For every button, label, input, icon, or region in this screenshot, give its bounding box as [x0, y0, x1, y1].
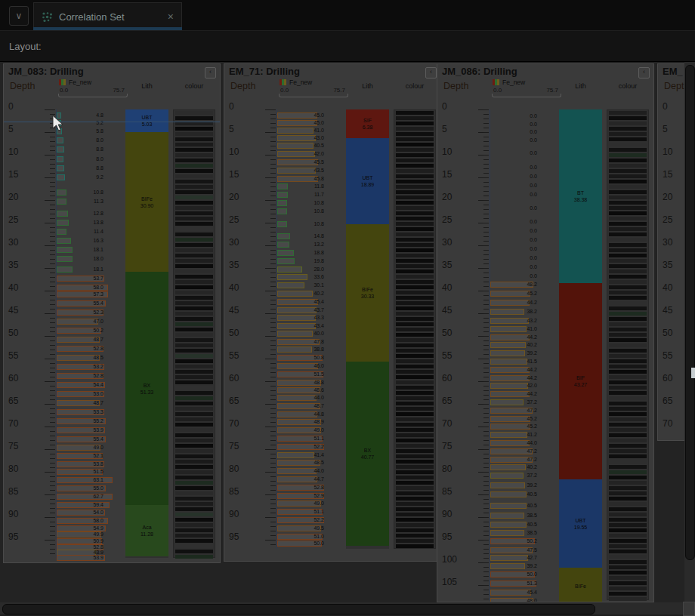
colour-stripe [396, 491, 434, 495]
colour-stripe [396, 507, 434, 511]
colour-stripe [396, 270, 434, 273]
depth-label: 55 [8, 350, 18, 361]
lith-block[interactable]: UBT18.89 [346, 138, 389, 223]
fe-value: 54.4 [70, 382, 103, 388]
fe-value: 38.5 [504, 530, 537, 536]
depth-label: 35 [663, 260, 672, 270]
lith-block[interactable]: SIF6.38 [346, 109, 389, 138]
colour-stripe [175, 412, 213, 416]
lith-block[interactable]: UBT19.55 [559, 479, 602, 568]
fe-bar[interactable] [57, 146, 64, 152]
panel-collapse-button[interactable]: ‹ [638, 67, 650, 79]
fe-value: 16.3 [70, 238, 103, 244]
colour-stripe [609, 343, 647, 347]
panel-collapse-button[interactable]: ‹ [205, 67, 216, 79]
fe-bar[interactable] [57, 211, 68, 217]
colour-stripe [609, 449, 647, 453]
colour-stripe [175, 539, 213, 543]
fe-bar[interactable] [57, 165, 64, 171]
fe-bar[interactable] [57, 199, 66, 205]
fe-value: 0.0 [504, 237, 537, 243]
fe-value: 0.0 [504, 219, 537, 225]
depth-label: 70 [663, 418, 672, 429]
tab-close-icon[interactable]: × [168, 11, 174, 23]
vertical-scrollbar-thumb[interactable] [685, 65, 695, 560]
fe-value: 10.8 [70, 189, 103, 196]
fe-bar[interactable] [277, 200, 287, 206]
lith-code: BT [577, 189, 584, 196]
fe-value: 52.9 [291, 493, 324, 499]
colour-stripe [175, 402, 213, 405]
depth-label: 45 [442, 305, 452, 316]
colour-stripe [175, 259, 213, 263]
lith-block[interactable]: BIFe [559, 568, 602, 602]
colour-stripe [175, 169, 213, 173]
lith-block[interactable]: BT38.38 [559, 109, 602, 283]
tab-correlation-set[interactable]: Correlation Set × [33, 2, 182, 30]
fe-value: 51.3 [504, 581, 537, 587]
fe-value: 49.5 [291, 525, 324, 531]
panel-title: EM_ [663, 66, 683, 77]
panel-title: JM_083: Drilling [8, 66, 84, 77]
fe-value: 50.9 [70, 538, 103, 544]
fe-value: 50.2 [70, 328, 103, 334]
fe-value: 14.8 [291, 233, 324, 239]
fe-value: 42.0 [504, 383, 537, 389]
fe-value: 54.0 [70, 510, 103, 516]
column-header-lith: Lith [125, 82, 168, 90]
fe-value: 55.0 [70, 485, 103, 491]
fe-bar[interactable] [57, 189, 66, 196]
lith-block[interactable]: UBT5.03 [125, 109, 168, 132]
fe-bar[interactable] [57, 238, 71, 244]
colour-stripe [175, 439, 213, 442]
colour-stripe [175, 481, 213, 485]
horizontal-scrollbar[interactable] [0, 602, 684, 614]
fe-bar[interactable] [57, 137, 63, 143]
colour-stripe [175, 544, 213, 548]
horizontal-scrollbar-thumb[interactable] [2, 604, 595, 614]
colour-stripe [396, 180, 434, 183]
lith-block[interactable]: BIF43.27 [559, 283, 602, 479]
depth-label: 5 [8, 124, 14, 134]
colour-stripe [396, 285, 434, 289]
lith-block[interactable]: BX51.33 [125, 272, 168, 504]
colour-stripe [175, 359, 213, 363]
depth-label: 100 [442, 554, 457, 565]
fe-bar[interactable] [277, 183, 288, 189]
vertical-scrollbar[interactable] [684, 62, 695, 602]
fe-bar[interactable] [57, 220, 69, 226]
colour-stripe [175, 217, 213, 220]
colour-stripe [396, 201, 434, 205]
lith-block[interactable]: BIFe30.33 [346, 224, 389, 362]
fe-value: 52.2 [291, 444, 324, 450]
fe-value: 45.2 [504, 291, 537, 297]
colour-stripe [609, 338, 647, 342]
fe-bar[interactable] [57, 174, 65, 180]
fe-bar[interactable] [277, 221, 287, 227]
depth-label: 85 [8, 486, 18, 497]
fe-bar[interactable] [277, 208, 287, 214]
fe-bar[interactable] [277, 233, 290, 239]
depth-label: 50 [8, 328, 18, 338]
correlation-marker-line[interactable] [4, 122, 221, 122]
fe-bar[interactable] [57, 229, 66, 235]
lith-block[interactable]: Aca11.28 [125, 505, 168, 556]
colour-stripe [609, 444, 647, 448]
lith-thickness: 30.90 [141, 202, 154, 209]
depth-label: 45 [663, 305, 672, 316]
fe-bar[interactable] [57, 156, 63, 162]
window-menu-button[interactable]: ∨ [9, 6, 29, 26]
fe-value: 37.2 [504, 473, 537, 479]
fe-value: 41.5 [504, 359, 537, 365]
colour-stripe [396, 243, 434, 247]
fe-bar[interactable] [277, 242, 289, 248]
colour-track [607, 109, 649, 600]
fe-legend-icon [493, 79, 499, 85]
colour-stripe [396, 523, 434, 527]
panel-collapse-button[interactable]: ‹ [425, 67, 437, 79]
lith-block[interactable]: BIFe30.90 [125, 132, 168, 272]
fe-value: 40.2 [504, 342, 537, 348]
fe-bar[interactable] [277, 192, 288, 198]
fe-scale-min: 0.0 [60, 87, 68, 94]
lith-block[interactable]: BX40.77 [346, 362, 389, 547]
